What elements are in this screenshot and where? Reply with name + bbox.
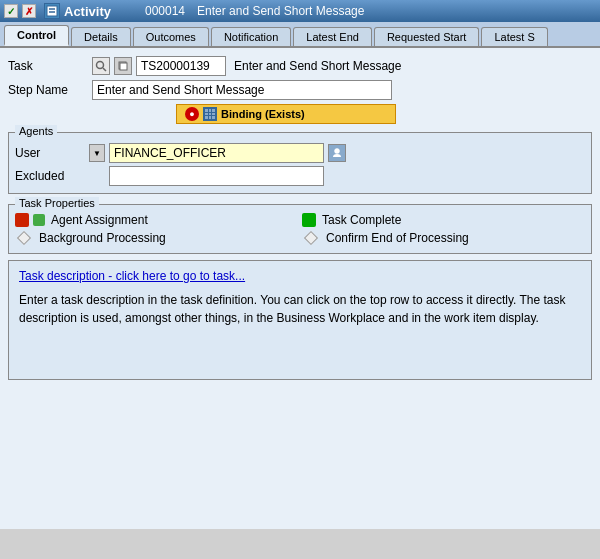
agents-section-label: Agents	[15, 125, 57, 137]
background-processing-icon	[17, 231, 31, 245]
background-processing-label: Background Processing	[39, 231, 166, 245]
agents-section: Agents User ▼ Excluded	[8, 132, 592, 194]
binding-grid-icon	[203, 107, 217, 121]
task-search-icon[interactable]	[92, 57, 110, 75]
task-id-input[interactable]	[136, 56, 226, 76]
excluded-input[interactable]	[109, 166, 324, 186]
task-row: Task Enter and Send Short Message	[8, 56, 592, 76]
title-bar: ✓ ✗ Activity 000014 Enter and Send Short…	[0, 0, 600, 22]
agent-assignment-label: Agent Assignment	[51, 213, 148, 227]
svg-point-7	[335, 149, 340, 154]
props-grid: Agent Assignment Task Complete Backgroun…	[15, 209, 585, 249]
tab-outcomes[interactable]: Outcomes	[133, 27, 209, 46]
svg-line-4	[103, 68, 106, 71]
agent-assignment-green-dot	[33, 214, 45, 226]
excluded-label: Excluded	[15, 169, 85, 183]
step-name-row: Step Name	[8, 80, 592, 100]
description-box: Task description - click here to go to t…	[8, 260, 592, 380]
prop-agent-assignment: Agent Assignment	[15, 213, 298, 227]
task-description-link[interactable]: Task description - click here to go to t…	[19, 269, 581, 283]
record-id: 000014	[145, 4, 185, 18]
tab-details[interactable]: Details	[71, 27, 131, 46]
activity-icon	[44, 3, 60, 19]
confirm-end-label: Confirm End of Processing	[326, 231, 469, 245]
task-description-text: Enter and Send Short Message	[230, 56, 460, 76]
confirm-button[interactable]: ✓	[4, 4, 18, 18]
activity-label: Activity	[64, 4, 111, 19]
binding-bar[interactable]: ● Binding (Exists)	[176, 104, 396, 124]
task-label: Task	[8, 59, 88, 73]
svg-point-3	[97, 62, 104, 69]
user-label: User	[15, 146, 85, 160]
svg-rect-6	[120, 63, 127, 70]
task-complete-icon	[302, 213, 316, 227]
main-content: Task Enter and Send Short Message Step N…	[0, 48, 600, 529]
task-complete-label: Task Complete	[322, 213, 401, 227]
tab-requested-start[interactable]: Requested Start	[374, 27, 480, 46]
cancel-button[interactable]: ✗	[22, 4, 36, 18]
tab-latest-s[interactable]: Latest S	[481, 27, 547, 46]
agent-excluded-row: Excluded	[15, 166, 585, 186]
prop-task-complete: Task Complete	[302, 213, 585, 227]
binding-red-icon: ●	[185, 107, 199, 121]
step-name-input[interactable]	[92, 80, 392, 100]
svg-rect-0	[47, 6, 57, 16]
description-text: Enter a task description in the task def…	[19, 293, 566, 325]
task-copy-icon[interactable]	[114, 57, 132, 75]
tab-control[interactable]: Control	[4, 25, 69, 46]
task-properties-section: Task Properties Agent Assignment Task Co…	[8, 204, 592, 254]
agent-user-row: User ▼	[15, 143, 585, 163]
binding-text: Binding (Exists)	[221, 108, 305, 120]
tabs-row: Control Details Outcomes Notification La…	[0, 22, 600, 48]
user-dropdown-button[interactable]: ▼	[89, 144, 105, 162]
agent-assignment-icon	[15, 213, 29, 227]
user-pick-button[interactable]	[328, 144, 346, 162]
tab-notification[interactable]: Notification	[211, 27, 291, 46]
confirm-end-icon	[304, 231, 318, 245]
tab-latest-end[interactable]: Latest End	[293, 27, 372, 46]
step-name-label: Step Name	[8, 83, 88, 97]
user-value-input[interactable]	[109, 143, 324, 163]
prop-background-processing: Background Processing	[15, 231, 298, 245]
binding-bar-row: ● Binding (Exists)	[92, 104, 592, 124]
prop-confirm-end: Confirm End of Processing	[302, 231, 585, 245]
record-title: Enter and Send Short Message	[197, 4, 364, 18]
task-props-label: Task Properties	[15, 197, 99, 209]
